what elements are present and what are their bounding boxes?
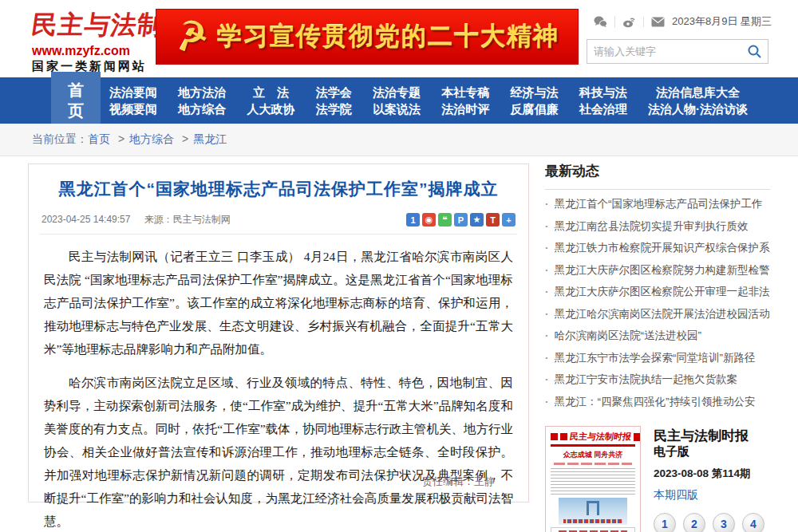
- banner-slogan: 学习宣传贯彻党的二十大精神: [217, 20, 559, 53]
- paper-photo: [559, 498, 627, 525]
- paper-photo-monument: [587, 501, 599, 515]
- nav-column: 法治信息库大全 法治人物·法治访谈: [648, 86, 748, 115]
- breadcrumb-label: 当前位置：: [32, 132, 88, 147]
- latest-news-item[interactable]: 黑龙江：“四聚焦四强化”持续引领推动公安: [545, 391, 770, 413]
- nav-item-top[interactable]: 立 法: [247, 86, 295, 98]
- article-paragraph: 民主与法制网讯（记者王立三 口李玉成） 4月24日，黑龙江省哈尔滨市南岗区人民法…: [44, 245, 513, 361]
- nav-column: 科技与法 社会治理: [579, 86, 627, 115]
- epaper-thumbnail[interactable]: 民主与法制时报 众志成城 同舟共济: [545, 426, 641, 532]
- latest-news-item[interactable]: 黑龙江铁力市检察院开展知识产权综合保护系: [545, 237, 770, 259]
- nav-item-top[interactable]: 本社专稿: [441, 86, 489, 98]
- breadcrumb-link[interactable]: 首页: [88, 132, 129, 147]
- paper-lower-box: [551, 527, 635, 532]
- epaper-page-button[interactable]: 3: [713, 513, 735, 532]
- header-right: 2023年8月9日 星期三: [587, 11, 770, 64]
- weibo-icon[interactable]: [614, 16, 643, 28]
- latest-news-item[interactable]: 黑龙江哈尔滨南岗区法院开展法治进校园活动: [545, 303, 770, 325]
- latest-news-item[interactable]: 黑龙江南岔县法院切实提升审判执行质效: [545, 215, 770, 238]
- article-source: 来源：民主与法制网: [144, 214, 231, 225]
- campaign-banner[interactable]: ☭ 学习宣传贯彻党的二十大精神: [156, 10, 578, 64]
- latest-news-item[interactable]: 黑龙江大庆萨尔图区检察院努力构建新型检警: [545, 259, 770, 282]
- paper-masthead: 民主与法制时报: [551, 431, 635, 443]
- epaper-page-button[interactable]: 2: [683, 513, 705, 532]
- nav-item-top[interactable]: 经济与法: [511, 86, 559, 98]
- current-date: 2023年8月9日 星期三: [672, 14, 772, 29]
- search-button[interactable]: [741, 40, 768, 63]
- article-meta: 2023-04-25 14:49:57 来源：民主与法制网 1 ◉ ❝ P ★ …: [41, 213, 516, 227]
- paper-qr-block: [560, 433, 567, 440]
- paper-logo-block: [551, 433, 558, 440]
- nav-item-top[interactable]: 法学会: [316, 86, 352, 98]
- nav-item-top[interactable]: 法治专题: [373, 86, 421, 98]
- latest-news-item[interactable]: 黑龙江东宁市法学会探索“同堂培训”新路径: [545, 347, 770, 369]
- tieba-share-icon[interactable]: T: [486, 213, 500, 227]
- nav-item-bottom[interactable]: 社会治理: [579, 103, 627, 115]
- party-emblem-icon: ☭: [171, 14, 212, 59]
- mail-icon[interactable]: [643, 17, 672, 27]
- more-share-icon[interactable]: +: [502, 213, 516, 227]
- nav-item-bottom[interactable]: 视频要闻: [109, 103, 157, 115]
- nav-column: 经济与法 反腐倡廉: [511, 86, 559, 115]
- home-char-2: 页: [51, 100, 101, 121]
- qzone-share-icon[interactable]: ★: [470, 213, 484, 227]
- breadcrumb-link[interactable]: 黑龙江: [193, 132, 227, 147]
- article-title: 黑龙江首个“国家地理标志产品司法保护工作室”揭牌成立: [29, 178, 528, 200]
- paper-headline: 众志成城 同舟共济: [551, 450, 635, 460]
- paper-text-columns: [551, 468, 635, 495]
- weibo-share-icon[interactable]: ◉: [422, 213, 436, 227]
- site-logo[interactable]: 民主与法制网 www.mzyfz.com 国家一类新闻网站: [32, 8, 152, 74]
- paper-rule: [551, 444, 635, 447]
- logo-calligraphy: 民主与法制网: [30, 8, 154, 43]
- epaper-current-issue-link[interactable]: 本期四版: [654, 488, 698, 502]
- wechat-icon[interactable]: [587, 16, 614, 28]
- logo-url: www.mzyfz.com: [32, 44, 152, 58]
- nav-item-top[interactable]: 法治信息库大全: [648, 86, 748, 98]
- nav-item-bottom[interactable]: 以案说法: [373, 103, 421, 115]
- breadcrumb: 当前位置： 首页地方综合黑龙江: [0, 124, 798, 156]
- latest-news-item[interactable]: 黑龙江首个“国家地理标志产品司法保护工作: [545, 193, 770, 215]
- paper-photo-crowd: [563, 519, 622, 523]
- article-datetime: 2023-04-25 14:49:57: [41, 214, 130, 225]
- epaper-edition: 电子版: [654, 444, 765, 459]
- paper-masthead-title: 民主与法制时报: [569, 431, 632, 443]
- quick-share-icon[interactable]: 1: [406, 213, 420, 227]
- nav-item-bottom[interactable]: 反腐倡廉: [511, 103, 559, 115]
- paper-subline: [554, 463, 632, 465]
- home-char-1: 首: [51, 80, 101, 100]
- nav-column: 法治专题 以案说法: [373, 86, 421, 115]
- nav-column: 立 法 人大政协: [247, 86, 295, 115]
- nav-item-top[interactable]: 地方法治: [178, 86, 226, 98]
- latest-news-item[interactable]: 哈尔滨南岗区法院“送法进校园”: [545, 325, 770, 347]
- nav-column: 本社专稿 法治时评: [441, 86, 489, 115]
- share-bar: 1 ◉ ❝ P ★ T +: [406, 213, 516, 227]
- nav-item-top[interactable]: 科技与法: [579, 86, 627, 98]
- editor-credit: 责任编辑：王静: [422, 475, 495, 489]
- latest-news-item[interactable]: 黑龙江宁安市法院执结一起拖欠货款案: [545, 368, 770, 391]
- p-share-icon[interactable]: P: [454, 213, 468, 227]
- nav-column: 法学会 法学院: [316, 86, 352, 115]
- nav-item-bottom[interactable]: 法治时评: [441, 103, 489, 115]
- nav-home-tab[interactable]: 首 页: [51, 72, 101, 129]
- epaper-issue: 2023-08-08 第114期: [654, 467, 765, 481]
- breadcrumb-link[interactable]: 地方综合: [129, 132, 193, 147]
- epaper-name: 民主与法制时报: [654, 428, 765, 444]
- nav-item-bottom[interactable]: 人大政协: [247, 103, 295, 115]
- epaper-info: 民主与法制时报 电子版 2023-08-08 第114期 本期四版 123456…: [654, 426, 765, 532]
- nav-item-bottom[interactable]: 地方综合: [178, 103, 226, 115]
- search-input[interactable]: [587, 45, 741, 57]
- wechat-share-icon[interactable]: ❝: [438, 213, 452, 227]
- social-links: [587, 16, 672, 28]
- main-nav: 首 页 法治要闻 视频要闻 地方法治 地方综合 立 法 人大政协 法学会 法学院: [0, 77, 798, 124]
- nav-column: 法治要闻 视频要闻: [109, 86, 157, 115]
- epaper-page-button[interactable]: 1: [654, 513, 676, 532]
- nav-item-top[interactable]: 法治要闻: [109, 86, 157, 98]
- latest-news-title: 最新动态: [545, 162, 770, 180]
- nav-column: 地方法治 地方综合: [178, 86, 226, 115]
- article-panel: 黑龙江首个“国家地理标志产品司法保护工作室”揭牌成立 2023-04-25 14…: [28, 164, 529, 502]
- search-icon: [747, 44, 762, 59]
- nav-item-bottom[interactable]: 法治人物·法治访谈: [648, 103, 748, 115]
- nav-item-bottom[interactable]: 法学院: [316, 103, 352, 115]
- nav-groups: 法治要闻 视频要闻 地方法治 地方综合 立 法 人大政协 法学会 法学院 法治专…: [109, 77, 748, 124]
- latest-news-item[interactable]: 黑龙江大庆萨尔图区检察院公开审理一起非法: [545, 281, 770, 303]
- epaper-page-button[interactable]: 4: [742, 513, 764, 532]
